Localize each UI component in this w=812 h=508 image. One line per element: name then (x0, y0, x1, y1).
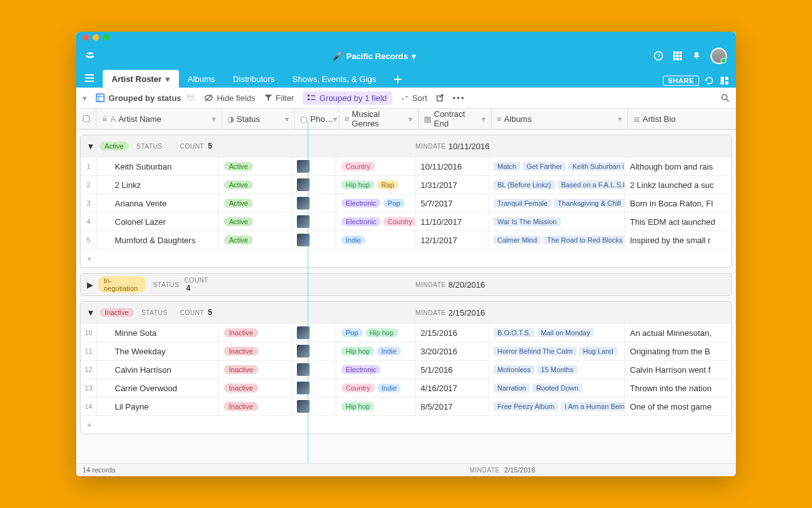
cell-albums[interactable]: Horror Behind The CalmHug Land (488, 342, 625, 360)
search-icon[interactable] (721, 93, 730, 102)
chevron-down-icon[interactable]: ▾ (285, 114, 289, 124)
col-contract-end[interactable]: ▦ Contract End ▾ (419, 109, 492, 129)
cell-photo[interactable] (292, 361, 336, 378)
cell-genres[interactable]: Country (336, 157, 416, 175)
group-header[interactable]: ▶In-negotiationSTATUSCOUNT 4MINDATE 8/20… (81, 274, 731, 295)
album-chip[interactable]: 15 Months (537, 365, 577, 374)
cell-bio[interactable]: 2 Linkz launched a suc (625, 176, 731, 194)
cell-genres[interactable]: ElectronicPop (336, 194, 416, 212)
disclosure-icon[interactable]: ▼ (87, 142, 95, 150)
cell-status[interactable]: Active (219, 176, 292, 194)
cell-artist-name[interactable]: Lil Payne (97, 398, 219, 415)
col-status[interactable]: ◑ Status ▾ (222, 109, 295, 129)
view-switcher[interactable]: Grouped by status (96, 93, 195, 103)
zoom-icon[interactable] (103, 34, 109, 41)
photo-thumbnail[interactable] (297, 178, 310, 191)
cell-status[interactable]: Active (219, 157, 292, 175)
share-view-icon[interactable] (436, 94, 444, 102)
cell-genres[interactable]: Hip hop (336, 398, 416, 415)
photo-thumbnail[interactable] (297, 160, 310, 173)
album-chip[interactable]: Horror Behind The Calm (494, 347, 577, 356)
minimize-icon[interactable] (93, 34, 99, 41)
cell-artist-name[interactable]: Minne Sota (97, 324, 219, 342)
table-row[interactable]: 12Calvin HarrisonInactiveElectronic5/1/2… (81, 360, 731, 378)
album-chip[interactable]: Free Peezy Album (494, 402, 558, 411)
group-button[interactable]: Grouped by 1 field (303, 91, 391, 105)
photo-thumbnail[interactable] (297, 400, 310, 413)
album-chip[interactable]: Calmer Mind (494, 236, 540, 244)
photo-thumbnail[interactable] (297, 326, 310, 339)
cell-genres[interactable]: Electronic (336, 361, 416, 378)
tab-artist-roster[interactable]: Artist Roster▾ (103, 70, 179, 88)
share-button[interactable]: SHARE (663, 76, 699, 86)
hide-fields-button[interactable]: Hide fields (204, 93, 256, 103)
cell-photo[interactable] (292, 398, 336, 415)
table-row[interactable]: 5Mumford & DaughtersActiveIndie12/1/2017… (81, 231, 731, 249)
add-table-button[interactable] (391, 73, 404, 86)
cell-photo[interactable] (292, 157, 336, 175)
cell-artist-name[interactable]: Calvin Harrison (97, 361, 219, 378)
help-icon[interactable]: ? (653, 51, 664, 61)
filter-button[interactable]: Filter (265, 93, 294, 103)
cell-status[interactable]: Active (219, 213, 292, 231)
cell-contract-end[interactable]: 8/5/2017 (416, 398, 488, 415)
cell-bio[interactable]: Inspired by the small r (625, 231, 731, 249)
app-logo-icon[interactable] (85, 51, 95, 61)
col-artist-name[interactable]: A Artist Name ▾ (96, 109, 222, 129)
cell-albums[interactable]: B.O.O.T.S.Mail on Monday (488, 324, 625, 342)
album-chip[interactable]: Rooted Down (532, 384, 582, 392)
photo-thumbnail[interactable] (297, 234, 310, 246)
cell-genres[interactable]: PopHip hop (336, 324, 416, 342)
album-chip[interactable]: Keith Suburban in (568, 162, 625, 171)
history-icon[interactable] (704, 76, 714, 86)
cell-albums[interactable]: MatchGet FartherKeith Suburban in (488, 157, 625, 175)
chevron-down-icon[interactable]: ▾ (212, 114, 216, 124)
cell-albums[interactable]: Tranquil FemaleThanksgiving & Chill (488, 194, 625, 212)
cell-contract-end[interactable]: 4/16/2017 (416, 379, 488, 397)
cell-bio[interactable]: Born in Boca Raton, Fl (625, 194, 731, 212)
cell-bio[interactable]: This EDM act launched (625, 213, 731, 231)
table-row[interactable]: 11The WeekdayInactiveHip hopIndie3/20/20… (81, 342, 731, 360)
table-row[interactable]: 10Minne SotaInactivePopHip hop2/15/2016B… (81, 323, 731, 342)
cell-photo[interactable] (292, 231, 336, 249)
chevron-down-icon[interactable]: ▾ (333, 114, 337, 124)
album-chip[interactable]: Motionless (494, 365, 535, 374)
cell-contract-end[interactable]: 5/1/2016 (416, 361, 488, 378)
album-chip[interactable]: The Road to Red Blocks (543, 236, 625, 244)
photo-thumbnail[interactable] (297, 382, 310, 394)
more-icon[interactable]: ••• (453, 93, 466, 103)
close-icon[interactable] (82, 34, 89, 41)
album-chip[interactable]: War Is The Mission (494, 217, 561, 226)
group-header[interactable]: ▼ActiveSTATUSCOUNT 5MINDATE 10/11/2016 (81, 135, 731, 157)
cell-albums[interactable]: War Is The Mission (488, 213, 625, 231)
cell-artist-name[interactable]: Arianna Vente (97, 194, 219, 212)
cell-albums[interactable]: NarrationRooted Down (488, 379, 625, 397)
album-chip[interactable]: BL (Before Linkz) (494, 180, 555, 189)
photo-thumbnail[interactable] (297, 345, 310, 358)
chevron-down-icon[interactable]: ▾ (618, 114, 622, 124)
tab-distributors[interactable]: Distributors (224, 70, 284, 88)
cell-contract-end[interactable]: 12/1/2017 (416, 231, 488, 249)
cell-artist-name[interactable]: The Weekday (97, 342, 219, 360)
album-chip[interactable]: Thanksgiving & Chill (554, 199, 625, 208)
cell-artist-name[interactable]: Carrie Overwood (97, 379, 219, 397)
photo-thumbnail[interactable] (297, 363, 310, 376)
album-chip[interactable]: Mail on Monday (537, 328, 594, 337)
cell-artist-name[interactable]: Mumford & Daughters (97, 231, 219, 249)
cell-contract-end[interactable]: 11/10/2017 (416, 213, 488, 231)
cell-bio[interactable]: An actual Minnesotan, (625, 324, 731, 342)
cell-status[interactable]: Inactive (219, 379, 292, 397)
cell-albums[interactable]: Free Peezy AlbumI Am a Human Being (488, 398, 625, 415)
table-row[interactable]: 1Keith SuburbanActiveCountry10/11/2016Ma… (81, 157, 731, 175)
table-row[interactable]: 13Carrie OverwoodInactiveCountryIndie4/1… (81, 378, 731, 397)
cell-bio[interactable]: Thrown into the nation (625, 379, 731, 397)
table-row[interactable]: 3Arianna VenteActiveElectronicPop5/7/201… (81, 194, 731, 212)
cell-artist-name[interactable]: 2 Linkz (97, 176, 219, 194)
table-row[interactable]: 14Lil PayneInactiveHip hop8/5/2017Free P… (81, 397, 731, 415)
bell-icon[interactable] (691, 51, 702, 61)
cell-bio[interactable]: Originating from the B (625, 342, 731, 360)
base-title[interactable]: 🎤 Pacific Records ▾ (332, 51, 417, 61)
cell-bio[interactable]: Although born and rais (625, 157, 731, 175)
collaborators-icon[interactable] (185, 94, 195, 102)
table-row[interactable]: 4Colonel LazerActiveElectronicCountry11/… (81, 212, 731, 231)
